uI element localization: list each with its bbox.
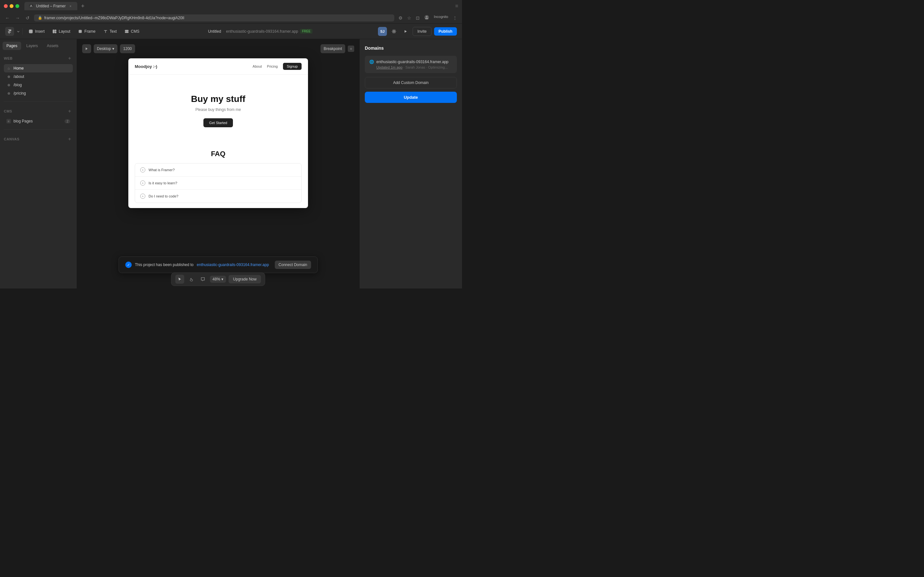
- browser-menu-button[interactable]: ⋮: [452, 14, 458, 22]
- tab-assets[interactable]: Assets: [43, 42, 62, 50]
- add-canvas-button[interactable]: +: [66, 136, 73, 142]
- toolbar: Insert Layout Frame Text: [0, 24, 462, 39]
- device-dropdown-icon: ▾: [112, 47, 114, 51]
- website-preview: Moodjoy :-) About Pricing Signup Buy my …: [128, 58, 308, 208]
- layout-label: Layout: [59, 29, 70, 34]
- minimize-traffic-light[interactable]: [10, 4, 13, 8]
- title-bar: Untitled – Framer × + ≡: [0, 0, 462, 12]
- preview-nav-links: About Pricing Signup: [252, 63, 302, 70]
- home-icon: ⌂: [6, 66, 11, 71]
- address-bar: ← → ↺ 🔒 framer.com/projects/Untitled--mZ…: [0, 12, 462, 24]
- publish-button[interactable]: Publish: [434, 27, 457, 35]
- text-button[interactable]: Text: [100, 27, 120, 35]
- back-button[interactable]: ←: [4, 14, 11, 22]
- published-link[interactable]: enthusiastic-guardrails-093164.framer.ap…: [197, 263, 269, 267]
- preview-nav-pricing[interactable]: Pricing: [267, 64, 278, 68]
- bottom-toolbar: 48% ▾ Upgrade Now: [171, 272, 265, 286]
- faq-item-3[interactable]: + Do I need to code?: [135, 190, 301, 203]
- profile-button[interactable]: [423, 14, 430, 22]
- upgrade-button[interactable]: Upgrade Now: [228, 275, 261, 284]
- faq-question-1: What is Framer?: [149, 168, 174, 172]
- domain-item: 🌐 enthusiastic-guardrails-093164.framer.…: [365, 56, 457, 73]
- tab-close-button[interactable]: ×: [68, 4, 73, 8]
- preview-button[interactable]: [401, 27, 410, 36]
- close-traffic-light[interactable]: [4, 4, 8, 8]
- preview-nav-about[interactable]: About: [252, 64, 262, 68]
- preview-hero: Buy my stuff Please buy things from me G…: [128, 75, 308, 143]
- about-page-label: /about: [13, 74, 24, 79]
- domains-panel: Domains 🌐 enthusiastic-guardrails-093164…: [359, 39, 462, 288]
- tab-layers[interactable]: Layers: [23, 42, 42, 50]
- sidebar-item-pricing[interactable]: ⊕ /pricing: [4, 89, 73, 97]
- canvas-toolbar-right: Breakpoint +: [320, 44, 354, 53]
- canvas-area[interactable]: Desktop ▾ 1200 Breakpoint + Moodjoy :-): [77, 39, 359, 288]
- tab-search-button[interactable]: ⊡: [415, 14, 421, 22]
- select-tool-button[interactable]: [175, 275, 184, 284]
- cms-section-title: CMS: [4, 109, 12, 113]
- layout-button[interactable]: Layout: [49, 27, 73, 35]
- traffic-lights: [4, 4, 19, 8]
- canvas-section: Canvas +: [0, 131, 77, 147]
- add-breakpoint-button[interactable]: +: [348, 45, 354, 52]
- address-input[interactable]: 🔒 framer.com/projects/Untitled--mZ98oDWa…: [34, 15, 394, 21]
- hand-tool-button[interactable]: [187, 275, 196, 284]
- domain-updated-link[interactable]: Updated 1m ago: [376, 65, 402, 69]
- web-section-title: Web: [4, 56, 13, 60]
- extensions-button[interactable]: ⚙: [397, 14, 404, 22]
- zoom-control[interactable]: 48% ▾: [210, 276, 226, 283]
- preview-faq-section: + What is Framer? + Is it easy to learn?…: [135, 163, 302, 203]
- svg-point-10: [393, 31, 395, 32]
- add-custom-domain-button[interactable]: Add Custom Domain: [365, 77, 457, 89]
- canvas-play-button[interactable]: [82, 44, 91, 53]
- svg-rect-8: [125, 30, 128, 31]
- sidebar-item-about[interactable]: ⊕ /about: [4, 73, 73, 81]
- comment-tool-button[interactable]: [198, 275, 207, 284]
- faq-item-2[interactable]: + Is it easy to learn?: [135, 177, 301, 190]
- zoom-dropdown-icon: ▾: [221, 277, 223, 282]
- app-container: Insert Layout Frame Text: [0, 24, 462, 288]
- breakpoint-label: Breakpoint: [324, 47, 342, 51]
- invite-button[interactable]: Invite: [413, 27, 431, 36]
- sidebar-item-home[interactable]: ⌂ Home: [4, 64, 73, 73]
- project-url: enthusiastic-guardrails-093164.framer.ap…: [226, 29, 298, 34]
- blog-page-label: /blog: [13, 83, 22, 87]
- faq-item-1[interactable]: + What is Framer?: [135, 163, 301, 177]
- user-avatar-button[interactable]: SJ: [378, 27, 387, 36]
- faq-question-2: Is it easy to learn?: [149, 181, 177, 185]
- active-tab[interactable]: Untitled – Framer ×: [24, 2, 78, 10]
- sidebar-item-blog[interactable]: ⊕ /blog: [4, 81, 73, 89]
- cms-item-blog-pages[interactable]: ≡ blog Pages 2: [4, 117, 73, 125]
- url-text: framer.com/projects/Untitled--mZ98oDWaPJ…: [44, 16, 184, 20]
- insert-button[interactable]: Insert: [25, 27, 48, 35]
- tab-pages[interactable]: Pages: [3, 42, 21, 50]
- preview-site-logo: Moodjoy :-): [135, 64, 157, 69]
- globe-icon: 🌐: [369, 60, 374, 64]
- forward-button[interactable]: →: [14, 14, 21, 22]
- page-icon-about: ⊕: [6, 74, 11, 79]
- faq-question-3: Do I need to code?: [149, 194, 178, 198]
- refresh-button[interactable]: ↺: [24, 14, 31, 22]
- pricing-page-label: /pricing: [13, 91, 26, 95]
- toolbar-center: Untitled · enthusiastic-guardrails-09316…: [144, 29, 376, 34]
- add-web-page-button[interactable]: +: [66, 55, 73, 61]
- fullscreen-traffic-light[interactable]: [15, 4, 19, 8]
- window-controls: ≡: [455, 3, 458, 9]
- browser-icons: ⚙ ☆ ⊡ Incognito ⋮: [397, 14, 458, 22]
- canvas-width-display: 1200: [120, 44, 135, 53]
- breakpoint-button[interactable]: Breakpoint: [320, 44, 345, 53]
- published-check-icon: ✓: [126, 261, 132, 268]
- tool-dropdown[interactable]: [17, 30, 20, 33]
- bookmark-button[interactable]: ☆: [406, 14, 412, 22]
- connect-domain-button[interactable]: Connect Domain: [275, 261, 311, 269]
- domain-meta: Updated 1m ago · Sarah Jonas · Optimizin…: [369, 65, 452, 69]
- settings-button[interactable]: [389, 27, 399, 36]
- add-cms-button[interactable]: +: [66, 108, 73, 114]
- update-button[interactable]: Update: [365, 92, 457, 103]
- new-tab-button[interactable]: +: [79, 2, 87, 11]
- preview-signup-button[interactable]: Signup: [283, 63, 302, 70]
- frame-button[interactable]: Frame: [75, 27, 99, 35]
- device-selector[interactable]: Desktop ▾: [94, 44, 118, 53]
- cms-button[interactable]: CMS: [121, 27, 143, 35]
- preview-cta-button[interactable]: Get Started: [204, 118, 233, 127]
- device-label: Desktop: [97, 47, 111, 51]
